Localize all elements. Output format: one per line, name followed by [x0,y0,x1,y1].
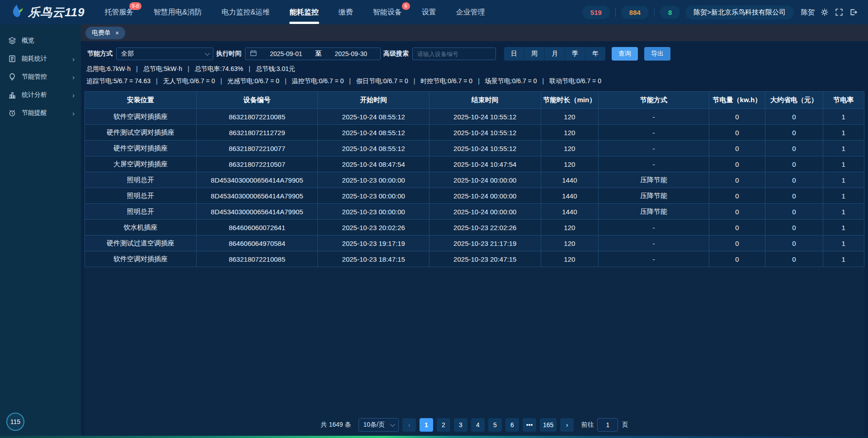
sidebar-item-概览[interactable]: 概览 [0,32,81,50]
date-end[interactable]: 2025-09-30 [326,50,376,57]
table-cell: 120 [541,251,599,267]
table-row[interactable]: 照明总开8D4534030000656414A799052025-10-23 0… [85,172,864,188]
table-cell: 863218072210507 [196,156,318,172]
table-cell: 硬件测试空调对插插座 [85,125,197,141]
prev-page-button[interactable]: ‹ [402,418,416,432]
table-cell: 2025-10-23 00:00:00 [318,172,429,188]
table-cell: 0 [709,172,765,188]
nav-item-智能设备[interactable]: 智能设备6 [373,0,402,24]
logo[interactable]: 乐鸟云119 [10,4,85,21]
table-row[interactable]: 饮水机插座8646060600726412025-10-23 20:02:262… [85,220,864,235]
company-pill[interactable]: 陈贺>新北京乐鸟科技有限公司 [685,5,794,19]
nav-item-label: 托管服务 [104,8,133,17]
total-count: 共 1649 条 [321,421,351,429]
page-size-select[interactable]: 10条/页 [359,418,399,432]
column-header: 开始时间 [318,92,429,109]
nav-item-托管服务[interactable]: 托管服务9-8 [104,0,133,24]
counter-pill[interactable]: 884 [621,6,649,19]
table-cell: 1 [823,251,864,267]
table-cell: 863218072112729 [196,125,318,141]
table-cell: 2025-10-24 00:00:00 [429,172,541,188]
table-row[interactable]: 软件空调对插插座8632180722100852025-10-23 18:47:… [85,251,864,267]
period-button-季[interactable]: 季 [565,47,585,61]
date-start[interactable]: 2025-09-01 [261,50,311,57]
period-button-周[interactable]: 周 [524,47,545,61]
page-button-6[interactable]: 6 [505,418,519,432]
table-row[interactable]: 照明总开8D4534030000656414A799052025-10-23 0… [85,204,864,220]
table-cell: 0 [709,188,765,204]
nav-item-企业管理[interactable]: 企业管理 [456,0,485,24]
table-cell: 0 [765,251,823,267]
pagination-bar: 共 1649 条 10条/页 ‹ 123456•••165 › 前往 页 [85,414,864,435]
next-page-button[interactable]: › [560,418,574,432]
nav-item-能耗监控[interactable]: 能耗监控 [290,0,319,24]
table-cell: 0 [709,220,765,235]
tab-close-icon[interactable]: × [115,29,119,37]
settings-gear-icon[interactable] [820,8,829,17]
summary-item: 时控节电:0/6.7 = 0 [420,77,472,85]
table-cell: 1 [823,188,864,204]
counter-pill[interactable]: 519 [582,6,610,19]
sidebar-item-统计分析[interactable]: 统计分析› [0,86,81,104]
query-button[interactable]: 查询 [612,47,638,61]
chevron-right-icon: › [72,73,75,81]
page-button-1[interactable]: 1 [420,418,433,432]
export-button[interactable]: 导出 [644,47,670,61]
table-cell: 120 [541,220,599,235]
user-name[interactable]: 陈贺 [801,8,815,17]
top-navbar: 乐鸟云119 托管服务9-8智慧用电&消防电力监控&运维能耗监控缴费智能设备6设… [0,0,868,24]
sidebar-item-label: 概览 [22,37,34,45]
mode-select[interactable]: 全部 [116,47,213,60]
table-row[interactable]: 硬件测试空调对插插座8632180721127292025-10-24 08:5… [85,125,864,141]
nav-item-智慧用电&消防[interactable]: 智慧用电&消防 [153,0,202,24]
summary-separator: | [349,77,351,85]
chevron-down-icon [390,422,395,427]
table-cell: 1440 [541,188,599,204]
summary-separator: | [414,77,415,85]
page-button-2[interactable]: 2 [437,418,450,432]
page-button-3[interactable]: 3 [454,418,467,432]
pages-ellipsis[interactable]: ••• [523,418,536,432]
table-cell: 864606060072641 [196,220,318,235]
table-cell: 8D4534030000656414A79905 [196,172,318,188]
nav-item-缴费[interactable]: 缴费 [339,0,353,24]
divider [615,8,616,17]
table-cell: 1440 [541,172,599,188]
nav-item-电力监控&运维[interactable]: 电力监控&运维 [222,0,270,24]
page-button-165[interactable]: 165 [540,418,557,432]
period-button-月[interactable]: 月 [545,47,565,61]
device-number-input[interactable] [417,51,491,57]
period-button-日[interactable]: 日 [504,47,524,61]
table-body: 软件空调对插插座8632180722100852025-10-24 08:55:… [85,109,864,267]
page-button-5[interactable]: 5 [488,418,502,432]
nav-item-设置[interactable]: 设置 [422,0,436,24]
goto-page-input[interactable] [597,418,618,432]
table-cell: - [599,109,709,125]
table-row[interactable]: 硬件测试过道空调插座8646060649705842025-10-23 19:1… [85,235,864,251]
date-range-picker[interactable]: 2025-09-01 至 2025-09-30 [245,47,381,60]
table-row[interactable]: 硬件空调对插插座8632180722100772025-10-24 08:55:… [85,141,864,156]
summary-item: 光感节电:0/6.7 = 0 [227,77,279,85]
report-icon [8,55,16,63]
counter-pill[interactable]: 8 [660,6,680,19]
table-cell: 864606064970584 [196,235,318,251]
summary-item: 总节电率:74.63% [195,65,243,72]
logout-icon[interactable] [849,8,858,17]
sidebar-footer-badge[interactable]: 115 [6,413,24,431]
tab-electric-bill[interactable]: 电费单 × [85,27,125,39]
table-row[interactable]: 软件空调对插插座8632180722100852025-10-24 08:55:… [85,109,864,125]
sidebar-item-节能提醒[interactable]: 节能提醒› [0,104,81,122]
sidebar-item-节能管控[interactable]: 节能管控› [0,68,81,86]
table-cell: 2025-10-24 10:55:12 [429,125,541,141]
page-button-4[interactable]: 4 [471,418,485,432]
alarm-icon [8,109,16,117]
table-row[interactable]: 大屏空调对插插座8632180722105072025-10-24 08:47:… [85,156,864,172]
period-button-年[interactable]: 年 [585,47,605,61]
table-cell: 软件空调对插插座 [85,251,197,267]
search-box [412,47,496,60]
table-cell: 照明总开 [85,172,197,188]
table-row[interactable]: 照明总开8D4534030000656414A799052025-10-23 0… [85,188,864,204]
sidebar-item-能耗统计[interactable]: 能耗统计› [0,50,81,68]
fullscreen-icon[interactable] [835,8,844,17]
mode-label: 节能方式 [87,50,113,58]
